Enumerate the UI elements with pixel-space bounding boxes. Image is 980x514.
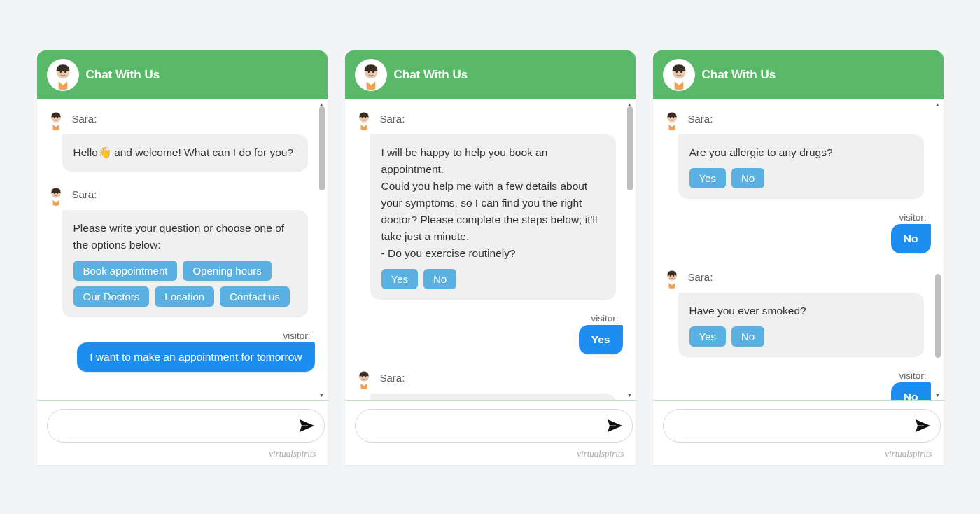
- scroll-down-icon[interactable]: ▾: [934, 391, 942, 398]
- svg-point-14: [368, 71, 370, 74]
- bot-message-bubble: Hello👋 and welcome! What can I do for yo…: [62, 134, 308, 171]
- sender-name: Sara:: [72, 109, 97, 125]
- sender-name: Sara:: [380, 109, 405, 125]
- send-icon[interactable]: [295, 415, 318, 437]
- quick-reply-button[interactable]: Yes: [690, 326, 726, 347]
- visitor-label: visitor:: [662, 212, 931, 223]
- bot-message-text: Are you allergic to any drugs?: [690, 146, 833, 158]
- svg-point-10: [53, 193, 55, 194]
- chat-header: Chat With Us: [345, 50, 636, 99]
- chat-input-row: [653, 401, 944, 447]
- quick-reply-button[interactable]: No: [424, 269, 456, 289]
- visitor-message-bubble: I want to make an appointment for tomorr…: [77, 342, 314, 372]
- visitor-message-bubble: Yes: [579, 325, 623, 354]
- chat-title: Chat With Us: [394, 68, 468, 82]
- bot-message-header: Sara:: [46, 109, 315, 130]
- svg-point-34: [669, 275, 671, 277]
- visitor-message-bubble: No: [891, 224, 931, 253]
- quick-replies: Book appointmentOpening hoursOur Doctors…: [74, 261, 297, 307]
- svg-point-2: [59, 71, 62, 74]
- avatar: [46, 109, 66, 130]
- send-icon[interactable]: [911, 415, 934, 437]
- svg-point-31: [673, 117, 674, 118]
- svg-point-22: [361, 376, 363, 377]
- bot-message-bubble: Have you ever smoked?YesNo: [678, 293, 924, 356]
- chat-header: Chat With Us: [37, 50, 328, 99]
- bot-message-text: Hello👋 and welcome! What can I do for yo…: [74, 146, 294, 158]
- visitor-label: visitor:: [354, 313, 623, 324]
- chat-input-row: [37, 401, 328, 447]
- scroll-down-icon[interactable]: ▾: [318, 391, 326, 398]
- chat-title: Chat With Us: [86, 68, 160, 82]
- message-input[interactable]: [663, 409, 941, 443]
- chat-messages[interactable]: ▴▾ Sara: Are you allergic to any drugs?Y…: [653, 99, 944, 401]
- quick-reply-button[interactable]: Opening hours: [183, 261, 271, 281]
- svg-point-7: [57, 117, 58, 118]
- scroll-down-icon[interactable]: ▾: [626, 391, 634, 398]
- chat-messages[interactable]: ▴▾ Sara: I will be happy to help you boo…: [345, 99, 636, 401]
- chat-title: Chat With Us: [702, 68, 776, 82]
- bot-message-text: Please write your question or choose one…: [74, 222, 285, 251]
- svg-point-26: [676, 71, 678, 74]
- chat-header: Chat With Us: [653, 50, 944, 99]
- chat-widget: Chat With Us ▴▾ Sara: I will be happy to…: [345, 50, 636, 465]
- watermark: virtualspirits: [37, 447, 328, 465]
- scrollbar-thumb[interactable]: [627, 106, 633, 190]
- bot-message-bubble: Please write your question or choose one…: [62, 210, 308, 317]
- avatar: [662, 109, 682, 130]
- send-icon[interactable]: [603, 415, 626, 437]
- scroll-up-icon[interactable]: ▴: [934, 101, 942, 108]
- avatar: [663, 59, 695, 91]
- scrollbar-thumb[interactable]: [935, 274, 941, 358]
- avatar: [354, 109, 374, 130]
- svg-point-6: [53, 117, 55, 118]
- svg-point-30: [669, 117, 671, 118]
- message-input[interactable]: [47, 409, 325, 443]
- bot-message-text: Have you ever smoked?: [690, 305, 806, 317]
- quick-reply-button[interactable]: Book appointment: [74, 261, 178, 281]
- chat-widget: Chat With Us ▴▾ Sara: Hello👋 and welcome…: [37, 50, 328, 465]
- avatar: [662, 268, 682, 289]
- watermark: virtualspirits: [345, 447, 636, 465]
- bot-message-header: Sara:: [46, 185, 315, 206]
- bot-message-header: Sara:: [354, 368, 623, 389]
- quick-replies: YesNo: [690, 168, 913, 188]
- svg-point-3: [64, 71, 66, 74]
- sender-name: Sara:: [688, 268, 713, 283]
- avatar: [355, 59, 387, 91]
- quick-reply-button[interactable]: Yes: [690, 168, 726, 188]
- quick-reply-button[interactable]: Location: [155, 286, 214, 307]
- svg-point-11: [57, 193, 58, 194]
- scrollbar-thumb[interactable]: [319, 106, 325, 190]
- chat-input-row: [345, 401, 636, 447]
- bot-message-header: Sara:: [354, 109, 623, 130]
- avatar: [46, 185, 66, 206]
- svg-point-23: [365, 376, 366, 377]
- bot-message-header: Sara:: [662, 268, 931, 289]
- quick-reply-button[interactable]: No: [732, 326, 764, 347]
- quick-reply-button[interactable]: No: [732, 168, 764, 188]
- svg-point-19: [365, 117, 366, 118]
- quick-reply-button[interactable]: Yes: [382, 269, 418, 289]
- svg-point-15: [372, 71, 374, 74]
- chat-messages[interactable]: ▴▾ Sara: Hello👋 and welcome! What can I …: [37, 99, 328, 401]
- bot-message-bubble: Are you allergic to any drugs?: [370, 394, 616, 401]
- sender-name: Sara:: [688, 109, 713, 125]
- svg-point-18: [361, 117, 363, 118]
- bot-message-bubble: Are you allergic to any drugs?YesNo: [678, 134, 924, 198]
- watermark: virtualspirits: [653, 447, 944, 465]
- bot-message-bubble: I will be happy to help you book an appo…: [370, 134, 616, 299]
- message-input[interactable]: [355, 409, 633, 443]
- visitor-label: visitor:: [662, 370, 931, 381]
- quick-replies: YesNo: [382, 269, 605, 289]
- svg-point-27: [680, 71, 682, 74]
- sender-name: Sara:: [72, 185, 97, 200]
- avatar: [354, 368, 374, 389]
- visitor-message-bubble: No: [891, 382, 931, 401]
- quick-reply-button[interactable]: Our Doctors: [74, 286, 150, 307]
- bot-message-header: Sara:: [662, 109, 931, 130]
- visitor-label: visitor:: [46, 331, 315, 341]
- svg-point-35: [673, 275, 674, 277]
- quick-reply-button[interactable]: Contact us: [220, 286, 290, 307]
- quick-replies: YesNo: [690, 326, 913, 347]
